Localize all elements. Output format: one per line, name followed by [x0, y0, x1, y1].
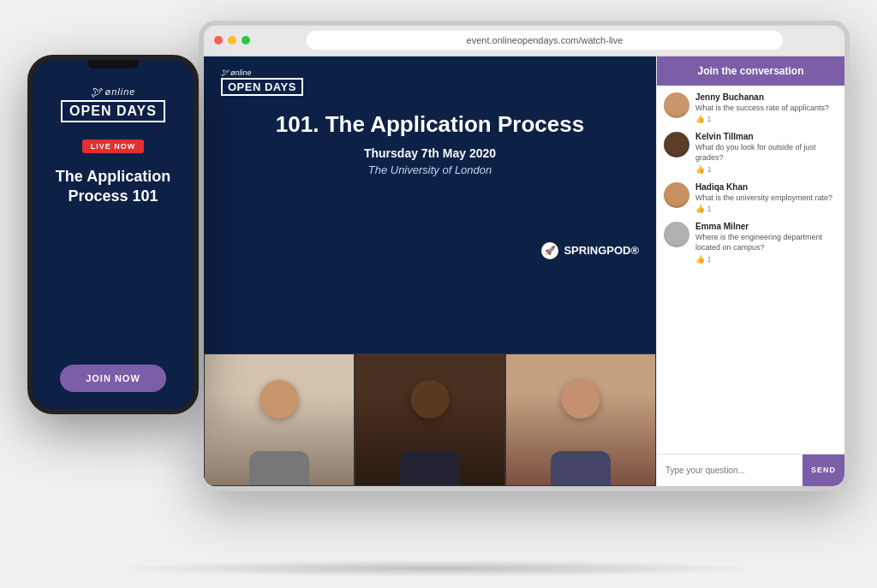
person-3-head	[562, 380, 600, 419]
phone-logo-online: 🕊 ønline	[91, 86, 136, 98]
springpod-label: SPRINGPOD®	[564, 244, 639, 257]
chat-message-4: Emma Milner Where is the engineering dep…	[664, 222, 838, 263]
chat-msg-like-1[interactable]: 👍 1	[695, 115, 838, 123]
phone-screen: 🕊 ønline OPEN DAYS LIVE NOW The Applicat…	[33, 60, 194, 409]
chat-message-3: Hadiqa Khan What is the university emplo…	[664, 182, 838, 214]
springpod-icon: 🚀	[541, 242, 558, 259]
chat-msg-name-2: Kelvin Tillman	[695, 132, 838, 141]
webinar-content: 101. The Application Process Thursday 7t…	[204, 103, 656, 353]
phone-live-badge: LIVE NOW	[82, 140, 145, 153]
person-2-body	[400, 451, 460, 485]
chat-message-1: Jenny Buchanan What is the success rate …	[664, 92, 838, 124]
scene: 🕊 ønline OPEN DAYS LIVE NOW The Applicat…	[27, 21, 850, 568]
chat-msg-content-1: Jenny Buchanan What is the success rate …	[695, 92, 838, 124]
webinar-top-bar: 🕊 ønline OPEN DAYS	[204, 56, 656, 103]
phone-logo: 🕊 ønline OPEN DAYS	[61, 86, 165, 122]
url-bar[interactable]: event.onlineopendays.com/watch-live	[307, 31, 783, 50]
chat-send-button[interactable]: SEND	[802, 454, 844, 486]
chat-msg-content-3: Hadiqa Khan What is the university emplo…	[695, 182, 838, 214]
chat-msg-name-4: Emma Milner	[695, 222, 838, 231]
video-cell-2	[355, 353, 505, 486]
phone-logo-opendays: OPEN DAYS	[61, 100, 165, 122]
chat-msg-content-2: Kelvin Tillman What do you look for outs…	[695, 132, 838, 173]
chat-input-area: SEND	[657, 454, 844, 486]
phone-title: The Application Process 101	[46, 167, 180, 365]
chat-question-input[interactable]	[657, 466, 802, 475]
window-dot-maximize[interactable]	[242, 36, 250, 45]
person-2-head	[411, 380, 450, 419]
chat-msg-content-4: Emma Milner Where is the engineering dep…	[695, 222, 838, 263]
chat-msg-like-2[interactable]: 👍 1	[695, 165, 838, 174]
webinar-logo: 🕊 ønline OPEN DAYS	[221, 68, 303, 96]
chat-msg-text-4: Where is the engineering department loca…	[695, 233, 838, 252]
chat-message-2: Kelvin Tillman What do you look for outs…	[664, 132, 838, 173]
chat-msg-name-3: Hadiqa Khan	[695, 182, 838, 192]
webinar-main: 🕊 ønline OPEN DAYS 101. The Application …	[204, 56, 656, 486]
chat-msg-like-4[interactable]: 👍 1	[695, 255, 838, 264]
avatar-emma	[664, 222, 689, 247]
avatar-hadiqa	[664, 182, 689, 208]
tablet-body: 🕊 ønline OPEN DAYS 101. The Application …	[204, 56, 844, 486]
webinar-university: The University of London	[368, 163, 492, 176]
avatar-jenny	[664, 92, 689, 118]
person-1-body	[249, 451, 309, 485]
chat-msg-text-3: What is the university employment rate?	[695, 193, 838, 204]
video-grid	[204, 353, 656, 486]
chat-messages: Jenny Buchanan What is the success rate …	[657, 86, 844, 454]
person-2	[355, 354, 504, 485]
webinar-slide: 🕊 ønline OPEN DAYS 101. The Application …	[204, 56, 656, 353]
video-cell-3	[505, 353, 656, 486]
person-1-head	[260, 380, 299, 419]
chat-msg-name-1: Jenny Buchanan	[695, 92, 838, 102]
tablet-device: event.onlineopendays.com/watch-live 🕊 øn…	[199, 21, 850, 491]
webinar-logo-online: 🕊 ønline	[221, 68, 303, 77]
phone-device: 🕊 ønline OPEN DAYS LIVE NOW The Applicat…	[27, 55, 199, 414]
avatar-kelvin	[664, 132, 689, 157]
chat-msg-text-1: What is the success rate of applicants?	[695, 104, 838, 114]
window-dot-close[interactable]	[214, 36, 223, 45]
browser-bar: event.onlineopendays.com/watch-live	[204, 26, 844, 56]
phone-join-button[interactable]: JOIN NOW	[60, 365, 167, 392]
webinar-date: Thursday 7th May 2020	[364, 146, 496, 160]
person-1	[205, 354, 354, 485]
webinar-logo-opendays: OPEN DAYS	[221, 78, 303, 96]
person-3	[506, 354, 655, 485]
phone-notch	[87, 60, 139, 68]
chat-msg-like-3[interactable]: 👍 1	[695, 205, 838, 213]
springpod-brand: 🚀 SPRINGPOD®	[541, 242, 639, 259]
video-cell-1	[204, 353, 355, 486]
window-dot-minimize[interactable]	[228, 36, 236, 45]
chat-msg-text-2: What do you look for outside of just gra…	[695, 143, 838, 163]
chat-sidebar: Join the conversation Jenny Buchanan Wha…	[656, 56, 844, 486]
webinar-title: 101. The Application Process	[276, 111, 584, 138]
chat-header: Join the conversation	[657, 56, 844, 86]
person-3-body	[551, 451, 611, 485]
